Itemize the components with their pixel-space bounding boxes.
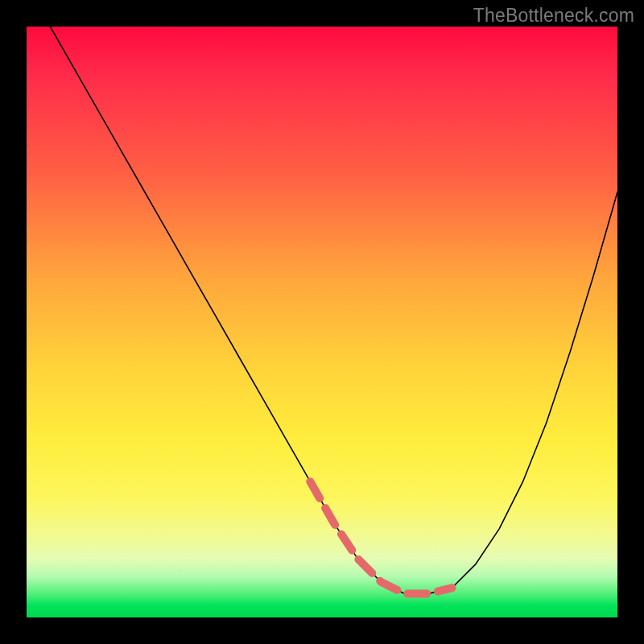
optimal-range-dash bbox=[310, 481, 452, 593]
plot-area bbox=[27, 27, 617, 617]
bottleneck-curve bbox=[50, 27, 617, 594]
watermark-text: TheBottleneck.com bbox=[473, 5, 634, 27]
chart-frame: TheBottleneck.com bbox=[0, 0, 644, 644]
curve-layer bbox=[27, 27, 617, 617]
